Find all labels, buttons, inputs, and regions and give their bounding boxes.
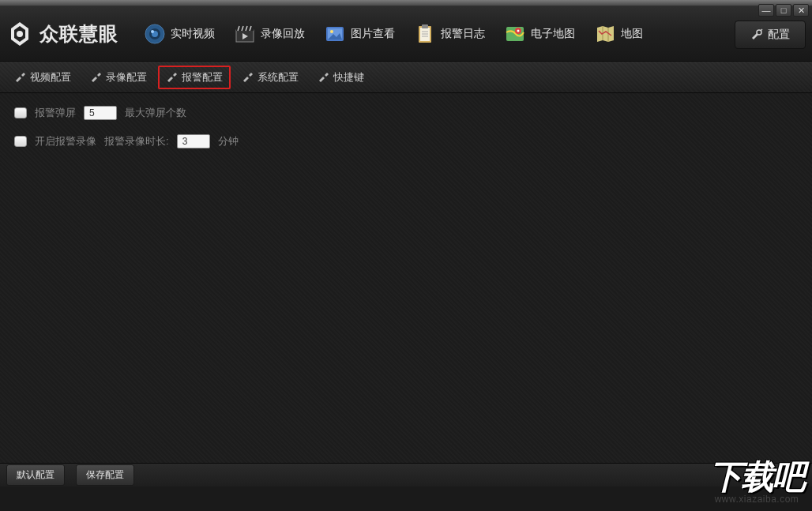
minimize-button[interactable]: — [758, 4, 774, 17]
nav-label: 实时视频 [171, 27, 215, 41]
max-popup-suffix: 最大弹屏个数 [125, 106, 186, 120]
alarm-popup-row: 报警弹屏 最大弹屏个数 [14, 106, 798, 120]
default-config-button[interactable]: 默认配置 [6, 464, 65, 486]
emap-icon [504, 23, 526, 45]
nav-label: 录像回放 [261, 27, 305, 41]
subnav-label: 视频配置 [30, 70, 71, 85]
tools-icon [242, 71, 254, 84]
footer: 默认配置 保存配置 [0, 463, 812, 487]
title-bar [0, 0, 812, 6]
nav-label: 电子地图 [531, 27, 575, 41]
content-panel: 报警弹屏 最大弹屏个数 开启报警录像 报警录像时长: 分钟 [0, 93, 812, 463]
map-icon [594, 23, 616, 45]
subnav-label: 报警配置 [182, 70, 223, 85]
svg-point-2 [17, 31, 23, 37]
record-duration-prefix: 报警录像时长: [104, 134, 169, 148]
tools-icon [166, 71, 179, 84]
config-button[interactable]: 配置 [735, 21, 806, 49]
watermark-url: www.xiazaiba.com [709, 494, 804, 505]
record-duration-suffix: 分钟 [218, 134, 239, 148]
nav-playback[interactable]: 录像回放 [224, 17, 314, 51]
alarm-popup-checkbox[interactable] [14, 107, 27, 118]
top-nav: 众联慧眼 实时视频 录像回放 图片查看 报警日志 电子地图 地图 [0, 6, 812, 62]
nav-label: 图片查看 [351, 27, 395, 41]
svg-point-26 [517, 29, 520, 32]
app-logo: 众联慧眼 [6, 21, 118, 47]
nav-label: 报警日志 [441, 27, 485, 41]
alarm-record-row: 开启报警录像 报警录像时长: 分钟 [14, 134, 798, 148]
nav-realtime-video[interactable]: 实时视频 [134, 17, 224, 51]
record-duration-input[interactable] [177, 134, 210, 148]
alarm-record-checkbox[interactable] [14, 136, 27, 147]
alarm-record-label: 开启报警录像 [35, 134, 96, 148]
svg-point-6 [151, 30, 154, 33]
subnav-label: 系统配置 [258, 70, 299, 85]
svg-marker-27 [597, 26, 614, 42]
tools-icon [14, 71, 27, 84]
nav-label: 地图 [621, 27, 643, 41]
subnav-shortcut[interactable]: 快捷键 [310, 66, 372, 89]
subnav-record-config[interactable]: 录像配置 [82, 66, 155, 89]
svg-rect-20 [422, 24, 428, 28]
clapperboard-icon [234, 23, 256, 45]
config-label: 配置 [768, 28, 790, 42]
subnav-video-config[interactable]: 视频配置 [6, 66, 79, 89]
nav-map[interactable]: 地图 [585, 17, 652, 51]
nav-emap[interactable]: 电子地图 [494, 17, 585, 51]
subnav-system-config[interactable]: 系统配置 [234, 66, 306, 89]
tools-icon [90, 71, 103, 84]
max-popup-input[interactable] [84, 106, 117, 120]
sub-nav: 视频配置 录像配置 报警配置 系统配置 快捷键 [0, 62, 812, 93]
tools-icon [318, 71, 330, 84]
tools-icon [750, 28, 763, 41]
subnav-label: 快捷键 [333, 70, 364, 85]
window-controls: — □ ✕ [758, 4, 809, 17]
logo-icon [6, 21, 33, 47]
nav-image-view[interactable]: 图片查看 [314, 17, 404, 51]
maximize-button[interactable]: □ [776, 4, 791, 17]
alarm-popup-label: 报警弹屏 [35, 106, 76, 120]
camera-icon [144, 23, 166, 45]
app-name: 众联慧眼 [39, 21, 118, 47]
close-button[interactable]: ✕ [793, 4, 809, 17]
save-config-button[interactable]: 保存配置 [76, 464, 134, 486]
picture-icon [324, 23, 346, 45]
clipboard-icon [414, 23, 436, 45]
subnav-label: 录像配置 [106, 70, 147, 85]
nav-alarm-log[interactable]: 报警日志 [404, 17, 494, 51]
subnav-alarm-config[interactable]: 报警配置 [158, 66, 231, 89]
svg-point-16 [330, 30, 333, 33]
